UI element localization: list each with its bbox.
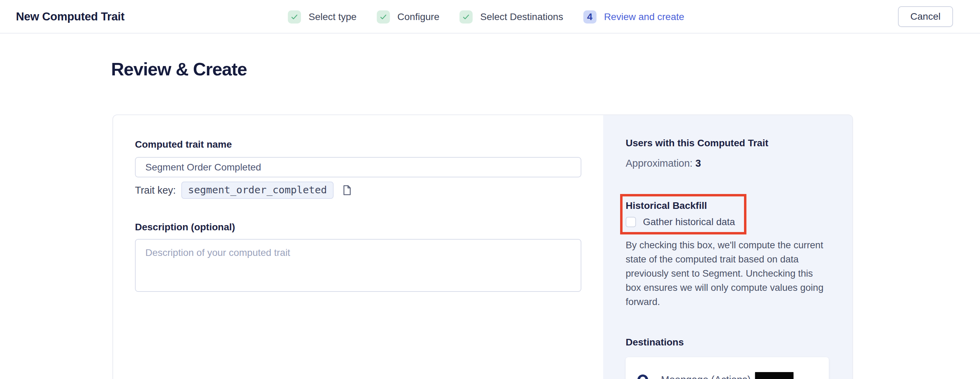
gather-historical-data-checkbox[interactable] [626, 217, 636, 227]
moengage-logo-icon [637, 374, 648, 379]
approximation-line: Approximation: 3 [626, 157, 833, 170]
review-card: Computed trait name Trait key: segment_o… [113, 114, 853, 379]
wizard-steps: Select type Configure Select Destination… [288, 0, 684, 33]
step-label: Select type [309, 11, 357, 22]
review-side-panel: Users with this Computed Trait Approxima… [603, 115, 852, 379]
trait-summary-panel: Computed trait name Trait key: segment_o… [113, 115, 603, 379]
historical-backfill-heading: Historical Backfill [626, 199, 735, 212]
gather-historical-data-row: Gather historical data [626, 216, 735, 228]
trait-name-input[interactable] [135, 157, 581, 178]
step-complete-check-icon [288, 10, 301, 24]
step-configure[interactable]: Configure [377, 10, 439, 24]
step-select-type[interactable]: Select type [288, 10, 357, 24]
trait-key-label: Trait key: [135, 185, 176, 196]
trait-name-label: Computed trait name [135, 138, 581, 151]
users-heading: Users with this Computed Trait [626, 136, 833, 150]
redacted-text-overlay [755, 372, 794, 379]
page-title: Review & Create [111, 59, 247, 79]
step-label: Configure [397, 11, 439, 22]
description-label: Description (optional) [135, 221, 581, 233]
destination-name: Moengage (Actions) [661, 374, 751, 379]
step-complete-check-icon [460, 10, 473, 24]
destination-card[interactable]: Moengage (Actions) [626, 357, 829, 379]
approximation-value: 3 [695, 158, 701, 169]
trait-key-value: segment_order_completed [181, 182, 334, 199]
cancel-button[interactable]: Cancel [898, 6, 953, 27]
trait-key-row: Trait key: segment_order_completed [135, 182, 581, 199]
step-complete-check-icon [377, 10, 390, 24]
description-textarea[interactable] [135, 239, 581, 292]
annotation-highlight-box: Historical Backfill Gather historical da… [620, 194, 746, 235]
step-label: Review and create [604, 11, 684, 22]
step-number-badge: 4 [583, 10, 596, 24]
approximation-label: Approximation: [626, 158, 692, 169]
gather-historical-data-label: Gather historical data [643, 216, 735, 228]
backfill-description: By checking this box, we'll compute the … [626, 238, 829, 309]
destinations-heading: Destinations [626, 336, 833, 349]
copy-icon[interactable] [343, 185, 352, 196]
step-label: Select Destinations [480, 11, 563, 22]
step-review-and-create[interactable]: 4 Review and create [583, 10, 684, 24]
wizard-header: New Computed Trait Select type Configure… [0, 0, 980, 33]
step-select-destinations[interactable]: Select Destinations [460, 10, 563, 24]
window-title: New Computed Trait [16, 10, 124, 23]
